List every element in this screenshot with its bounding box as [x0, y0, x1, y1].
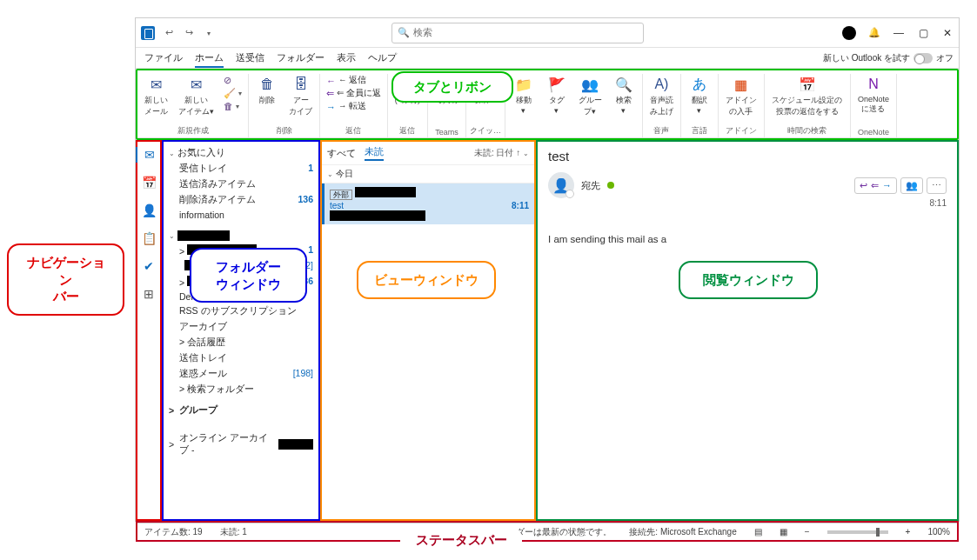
- message-time: 8:11: [512, 201, 529, 210]
- group-label: 新規作成: [177, 124, 209, 137]
- onenote-button[interactable]: NOneNote に送る: [854, 74, 893, 117]
- user-avatar-icon[interactable]: [842, 26, 856, 40]
- message-item[interactable]: 外部 test8:11: [322, 183, 534, 224]
- group-label: 返信: [399, 124, 415, 137]
- folder-deleted-items[interactable]: Deleted Items: [164, 290, 318, 303]
- folder-outbox[interactable]: 送信トレイ: [164, 350, 318, 366]
- teams-share-button[interactable]: 👥で共有: [432, 74, 462, 108]
- folder-deleted[interactable]: 削除済みアイテム136: [164, 192, 318, 208]
- folder-item[interactable]: > 36: [164, 274, 318, 290]
- reading-subject: test: [548, 149, 569, 163]
- nav-mail-icon[interactable]: ✉: [136, 147, 162, 163]
- group-label: クイッ…: [470, 124, 501, 137]
- folder-information[interactable]: information: [164, 208, 318, 222]
- minimize-button[interactable]: —: [893, 27, 905, 39]
- new-mail-button[interactable]: ✉新しい メール: [141, 74, 171, 119]
- view-filter-header: すべて 未読 未読: 日付 ↑ ⌄: [322, 142, 534, 165]
- quick-steps-button[interactable]: ⚡操作▾: [471, 74, 500, 108]
- sender-avatar-icon: 👤: [548, 172, 574, 198]
- schedule-poll-button[interactable]: 📅スケジュール設定の 投票の返信をする: [768, 74, 847, 119]
- search-placeholder: 検索: [413, 26, 432, 39]
- view-normal-icon[interactable]: ▤: [754, 527, 762, 537]
- sort-dropdown[interactable]: 未読: 日付 ↑ ⌄: [474, 147, 529, 159]
- forward-button[interactable]: →→ 転送: [324, 100, 384, 113]
- status-bar-wrapper: アイテム数: 19 未読: 1 このフォルダーは最新の状態です。 接続先: Mi…: [136, 521, 959, 542]
- ribbon: ✉新しい メール ✉新しい アイテム▾ ⊘ 🧹▾ 🗑▾ 新規作成 🗑削除 🗄アー…: [137, 70, 957, 138]
- find-button[interactable]: 🔍検索 ▾: [609, 74, 639, 117]
- search-icon: 🔍: [398, 27, 410, 38]
- group-label: 時間の検索: [787, 124, 826, 137]
- folder-junk[interactable]: 迷惑メール[198]: [164, 366, 318, 382]
- account-header[interactable]: ⌄: [164, 229, 318, 243]
- tab-home[interactable]: ホーム: [195, 51, 224, 68]
- archive-button[interactable]: 🗄アー カイブ: [285, 74, 316, 119]
- to-label: 宛先: [581, 179, 600, 192]
- groups-button[interactable]: 👥グルー プ▾: [575, 74, 606, 119]
- redacted-preview: [330, 210, 425, 221]
- folder-sent[interactable]: 送信済みアイテム: [164, 177, 318, 192]
- nav-more-icon[interactable]: ⊞: [141, 286, 157, 302]
- group-label: 音声: [653, 124, 669, 137]
- notifications-icon[interactable]: 🔔: [868, 27, 880, 38]
- tab-sendreceive[interactable]: 送受信: [236, 51, 264, 64]
- search-input[interactable]: 🔍 検索: [391, 23, 644, 43]
- more-actions-icon[interactable]: ⋯: [927, 177, 947, 194]
- zoom-percent: 100%: [927, 527, 950, 537]
- nav-tasks-icon[interactable]: 📋: [141, 230, 157, 246]
- ignore-button[interactable]: ⊘: [221, 74, 244, 87]
- undo-icon[interactable]: ↩: [160, 27, 177, 38]
- nav-people-icon[interactable]: 👤: [141, 203, 157, 218]
- new-item-button[interactable]: ✉新しい アイテム▾: [175, 74, 217, 119]
- nav-todo-icon[interactable]: ✔: [141, 258, 157, 274]
- tags-button[interactable]: 🚩タグ ▾: [542, 74, 572, 117]
- try-new-outlook[interactable]: 新しい Outlook を試す オフ: [823, 52, 954, 64]
- zoom-in-icon[interactable]: +: [906, 527, 911, 537]
- cleanup-button[interactable]: 🧹▾: [221, 87, 244, 100]
- folder-item[interactable]: [2]: [164, 258, 318, 274]
- zoom-out-icon[interactable]: −: [805, 527, 810, 537]
- read-aloud-button[interactable]: A)音声読 み上げ: [646, 74, 677, 119]
- delete-button[interactable]: 🗑削除: [252, 74, 282, 108]
- zoom-slider[interactable]: [827, 530, 888, 534]
- close-button[interactable]: ✕: [941, 27, 954, 39]
- move-button[interactable]: 📁移動 ▾: [509, 74, 539, 117]
- folder-inbox[interactable]: 受信トレイ1: [164, 161, 318, 177]
- view-tab-unread[interactable]: 未読: [365, 145, 384, 161]
- maximize-button[interactable]: ▢: [917, 27, 929, 39]
- redacted-account: [177, 230, 230, 241]
- try-new-toggle[interactable]: [913, 53, 933, 63]
- groups-header[interactable]: > グループ: [164, 403, 318, 418]
- tab-file[interactable]: ファイル: [144, 51, 183, 64]
- folder-item[interactable]: > 1: [164, 243, 318, 258]
- folder-conversation-history[interactable]: > 会話履歴: [164, 335, 318, 350]
- reply-attach-button[interactable]: 📎(+添付): [391, 74, 424, 108]
- redo-icon[interactable]: ↪: [180, 27, 197, 38]
- reply-all-button[interactable]: ⇐⇐ 全員に返: [324, 87, 384, 100]
- reply-button[interactable]: ←← 返信: [324, 74, 384, 87]
- folder-search-folders[interactable]: > 検索フォルダー: [164, 382, 318, 397]
- get-addins-button[interactable]: ▦アドイン の入手: [722, 74, 760, 119]
- junk-button[interactable]: 🗑▾: [221, 100, 244, 112]
- tab-help[interactable]: ヘルプ: [368, 51, 397, 64]
- reply-action-group[interactable]: ↩⇐→: [854, 177, 897, 194]
- translate-button[interactable]: あ翻訳 ▾: [685, 74, 714, 117]
- teams-action-icon[interactable]: 👥: [900, 177, 923, 194]
- navigation-bar: ✉ 📅 👤 📋 ✔ ⊞: [136, 140, 162, 521]
- view-tab-all[interactable]: すべて: [327, 147, 356, 160]
- main-area: ✉ 📅 👤 📋 ✔ ⊞ ⌄お気に入り 受信トレイ1 送信済みアイテム 削除済みア…: [136, 140, 959, 521]
- qat-dropdown-icon[interactable]: ▾: [200, 30, 217, 37]
- nav-calendar-icon[interactable]: 📅: [141, 175, 157, 190]
- folder-pane: ⌄お気に入り 受信トレイ1 送信済みアイテム 削除済みアイテム136 infor…: [162, 140, 320, 521]
- history-buttons: ↩ ↪ ▾: [160, 27, 217, 38]
- online-archive-header[interactable]: > オンライン アーカイブ -: [164, 430, 318, 458]
- view-reading-icon[interactable]: ▦: [780, 527, 787, 537]
- favorites-header[interactable]: ⌄お気に入り: [164, 145, 318, 161]
- folder-rss[interactable]: RSS のサブスクリプション: [164, 303, 318, 319]
- group-label: Teams: [435, 127, 458, 137]
- date-group-today[interactable]: ⌄今日: [322, 165, 534, 183]
- tab-view[interactable]: 表示: [337, 51, 356, 64]
- tab-folder[interactable]: フォルダー: [277, 51, 325, 64]
- folder-archive[interactable]: アーカイブ: [164, 319, 318, 335]
- ribbon-wrapper: ✉新しい メール ✉新しい アイテム▾ ⊘ 🧹▾ 🗑▾ 新規作成 🗑削除 🗄アー…: [136, 69, 959, 140]
- reading-pane: test 👤 宛先 ↩⇐→ 👥 ⋯ 8:11 I am sending this…: [536, 140, 959, 521]
